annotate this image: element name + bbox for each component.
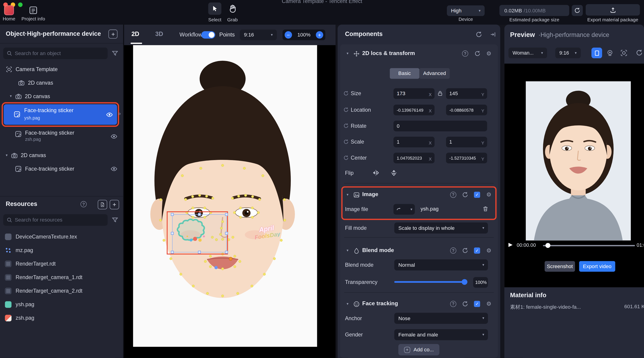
model-dropdown[interactable]: Woman... ▾ (508, 48, 547, 58)
tree-item-face-sticker-zsh[interactable]: Face-tracking sticker zsh.pag (0, 128, 123, 147)
grab-hand-icon[interactable] (228, 4, 237, 13)
reset-section-icon[interactable] (462, 192, 468, 198)
resource-item-rendertarget[interactable]: RenderTarget.rdt (0, 257, 123, 270)
reset-section-icon[interactable] (462, 248, 468, 254)
tab-3d[interactable]: 3D (155, 30, 163, 37)
camera-preview-icon[interactable] (620, 49, 628, 57)
rotate-input[interactable]: 0 (394, 121, 487, 131)
timeline-slider-knob[interactable] (546, 243, 550, 248)
tree-item-face-sticker-ysh[interactable]: Face-tracking sticker ysh.pag (4, 104, 117, 125)
reset-section-icon[interactable] (474, 50, 480, 57)
section-caret-icon[interactable]: ▾ (346, 193, 348, 197)
resize-handle[interactable] (225, 232, 228, 235)
tree-item-camera-template[interactable]: Camera Template (0, 62, 123, 76)
transparency-value[interactable]: 100% (473, 277, 488, 288)
grab-tool-label[interactable]: Grab (224, 17, 242, 22)
play-button[interactable]: ▶ (508, 241, 512, 248)
anchor-dropdown[interactable]: Nose ▾ (394, 313, 488, 324)
size-x-input[interactable]: 173X (394, 88, 434, 99)
reset-field-icon[interactable] (343, 123, 348, 128)
gender-dropdown[interactable]: Female and male ▾ (394, 329, 488, 340)
tree-item-face-sticker-3[interactable]: Face-tracking sticker (0, 162, 123, 176)
resource-item-rendertarget-camera-2[interactable]: RenderTarget_camera_2.rdt (0, 284, 123, 298)
scale-x-input[interactable]: 1X (394, 137, 434, 147)
help-icon[interactable]: ? (450, 192, 456, 198)
flip-horizontal-icon[interactable] (372, 169, 380, 176)
resource-item-mz-pag[interactable]: mz.pag (0, 243, 123, 257)
help-icon[interactable]: ? (462, 50, 468, 57)
transparency-slider-knob[interactable] (462, 279, 467, 285)
trash-icon[interactable] (482, 206, 489, 212)
reset-components-icon[interactable] (476, 31, 482, 38)
export-package-button[interactable] (586, 4, 640, 15)
tab-advanced[interactable]: Advanced (419, 68, 450, 79)
resize-handle[interactable] (198, 251, 201, 254)
anchor-point-marker[interactable] (229, 257, 232, 261)
resource-item-zsh-pag[interactable]: zsh.pag (0, 311, 123, 325)
webcam-icon[interactable] (606, 49, 614, 57)
add-resource-button[interactable] (110, 200, 119, 209)
add-object-button[interactable] (108, 29, 117, 38)
resize-handle[interactable] (171, 213, 174, 216)
transparency-slider-track[interactable] (394, 281, 468, 283)
flip-vertical-icon[interactable] (390, 169, 398, 176)
size-y-input[interactable]: 145Y (446, 88, 487, 99)
preview-aspect-dropdown[interactable]: 9:16 ▾ (555, 48, 581, 58)
object-search[interactable] (3, 48, 108, 59)
section-caret-icon[interactable]: ▾ (346, 249, 348, 252)
center-point-marker[interactable] (214, 266, 218, 269)
visibility-eye-icon[interactable] (110, 165, 117, 172)
fill-mode-dropdown[interactable]: Scale to display in whole ▾ (394, 222, 488, 234)
face-tracking-enabled-checkbox[interactable]: ✓ (474, 301, 480, 307)
device-preview-button[interactable] (592, 48, 602, 58)
resize-handle[interactable] (198, 213, 201, 216)
center-x-input[interactable]: 1.047052023X (394, 153, 434, 164)
refresh-preview-icon[interactable] (636, 49, 642, 56)
select-tool-button[interactable] (208, 2, 221, 15)
reset-section-icon[interactable] (462, 301, 468, 307)
timeline-slider-track[interactable] (543, 245, 635, 246)
zoom-in-button[interactable]: + (316, 31, 323, 38)
expand-caret-icon[interactable]: ▾ (10, 94, 12, 98)
cloud-sticker[interactable] (175, 218, 220, 247)
screenshot-button[interactable]: Screenshot (544, 261, 575, 272)
resource-filter-icon[interactable] (112, 217, 118, 223)
object-filter-icon[interactable] (112, 50, 118, 57)
export-video-button[interactable]: Export video (579, 261, 615, 272)
refresh-package-button[interactable] (572, 5, 583, 16)
expand-caret-icon[interactable]: ▾ (6, 153, 8, 157)
import-resource-button[interactable] (98, 200, 107, 209)
project-info-label[interactable]: Project info (20, 16, 47, 21)
project-info-icon[interactable] (29, 6, 38, 15)
canvas-stage[interactable]: April FoolsDay (133, 45, 317, 347)
select-tool-label[interactable]: Select (204, 17, 226, 22)
workflow-toggle[interactable] (201, 31, 215, 38)
gear-icon[interactable]: ⚙ (486, 248, 492, 253)
resources-help-icon[interactable]: ? (80, 201, 87, 207)
section-blend-header[interactable]: ▾ Blend mode ? ✓ ⚙ (340, 245, 498, 257)
resize-handle[interactable] (225, 213, 228, 216)
help-icon[interactable]: ? (450, 248, 456, 254)
aspect-ratio-dropdown[interactable]: 9:16 ▾ (240, 29, 277, 40)
gear-icon[interactable]: ⚙ (486, 301, 492, 307)
section-caret-icon[interactable]: ▾ (346, 302, 348, 306)
resource-search[interactable] (3, 214, 108, 226)
add-component-button[interactable]: + Add co... (398, 344, 440, 356)
gear-icon[interactable]: ⚙ (486, 192, 492, 197)
object-search-input[interactable] (15, 50, 104, 56)
help-icon[interactable]: ? (450, 301, 456, 307)
reset-field-icon[interactable] (343, 139, 348, 144)
visibility-eye-icon[interactable] (106, 111, 113, 118)
reset-field-icon[interactable] (343, 107, 348, 112)
tree-item-2d-canvas-1[interactable]: 2D canvas (0, 76, 123, 89)
gear-icon[interactable]: ⚙ (486, 50, 492, 56)
resize-handle[interactable] (171, 251, 174, 254)
home-label[interactable]: Home (0, 16, 20, 21)
visibility-eye-icon[interactable] (110, 133, 117, 140)
resource-item-devicecameratexture[interactable]: DeviceCameraTexture.tex (0, 230, 123, 243)
image-enabled-checkbox[interactable]: ✓ (474, 192, 480, 198)
scale-y-input[interactable]: 1Y (446, 137, 487, 147)
image-file-picker[interactable]: ▾ (394, 204, 415, 215)
device-quality-dropdown[interactable]: High ▾ (447, 5, 485, 16)
reset-field-icon[interactable] (343, 91, 348, 96)
